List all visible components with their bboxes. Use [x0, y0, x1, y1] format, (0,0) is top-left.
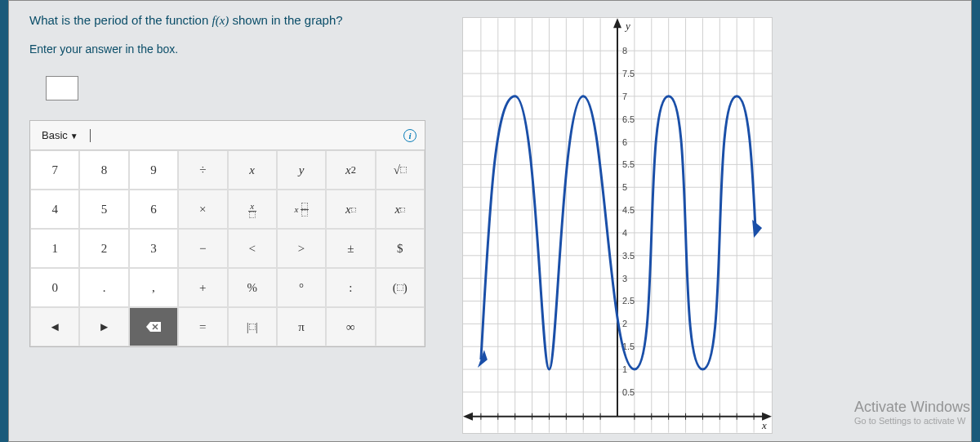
function-graph: 0.5 1 1.5 2 2.5 3 3.5 4 4.5 5 5.5 6 6.5 … [463, 18, 772, 433]
curve-arrow-right-icon [752, 220, 762, 238]
key-1[interactable]: 1 [30, 229, 79, 268]
key-greater-than[interactable]: > [277, 229, 326, 268]
svg-text:7: 7 [622, 92, 627, 101]
key-plus-minus[interactable]: ± [326, 229, 375, 268]
key-fraction[interactable]: x [228, 190, 277, 229]
chevron-down-icon: ▼ [70, 132, 78, 141]
cursor-indicator [90, 129, 91, 142]
graph-panel: 0.5 1 1.5 2 2.5 3 3.5 4 4.5 5 5.5 6 6.5 … [462, 17, 773, 434]
key-comma[interactable]: , [129, 268, 178, 307]
key-x-squared[interactable]: x2 [326, 150, 375, 190]
instruction-text: Enter your answer in the box. [29, 42, 438, 56]
svg-text:5: 5 [622, 182, 627, 192]
svg-text:3: 3 [622, 274, 627, 284]
mode-dropdown[interactable]: Basic▼ [38, 127, 82, 143]
key-mixed-fraction[interactable]: x [277, 190, 326, 229]
key-4[interactable]: 4 [30, 190, 79, 229]
key-right-arrow[interactable]: ► [79, 307, 128, 346]
key-sqrt[interactable]: √ [376, 150, 425, 190]
svg-text:3.5: 3.5 [622, 251, 635, 261]
info-icon[interactable]: i [403, 129, 416, 142]
keypad-grid: 7 8 9 ÷ x y x2 √ 4 5 6 × x [30, 150, 425, 346]
x-axis-label: x [761, 419, 767, 431]
svg-text:4: 4 [622, 228, 627, 238]
y-tick-labels: 0.5 1 1.5 2 2.5 3 3.5 4 4.5 5 5.5 6 6.5 … [622, 46, 635, 397]
key-degree[interactable]: ° [277, 268, 326, 307]
svg-text:4.5: 4.5 [622, 205, 635, 215]
key-equals[interactable]: = [178, 307, 227, 346]
key-8[interactable]: 8 [79, 150, 128, 190]
key-9[interactable]: 9 [129, 150, 178, 190]
key-less-than[interactable]: < [228, 229, 277, 268]
key-abs[interactable]: || [228, 307, 277, 346]
key-colon[interactable]: : [326, 268, 375, 307]
keypad-header: Basic▼ i [30, 121, 425, 150]
key-multiply[interactable]: × [178, 190, 227, 229]
svg-text:2: 2 [622, 319, 627, 328]
key-y[interactable]: y [277, 150, 326, 190]
key-0[interactable]: 0 [30, 268, 79, 307]
key-minus[interactable]: − [178, 229, 227, 268]
key-dollar[interactable]: $ [376, 229, 425, 268]
answer-input[interactable] [46, 76, 78, 100]
key-plus[interactable]: + [178, 268, 227, 307]
key-divide[interactable]: ÷ [178, 150, 227, 190]
svg-text:0.5: 0.5 [622, 387, 635, 397]
y-axis-arrow-icon [613, 18, 621, 28]
key-6[interactable]: 6 [129, 190, 178, 229]
backspace-icon [145, 321, 162, 333]
svg-text:6.5: 6.5 [622, 114, 635, 124]
y-axis-label: y [624, 20, 630, 32]
math-keypad: Basic▼ i 7 8 9 ÷ x y x2 √ 4 5 6 × [29, 120, 425, 347]
svg-text:6: 6 [622, 137, 627, 147]
key-2[interactable]: 2 [79, 229, 128, 268]
key-percent[interactable]: % [228, 268, 277, 307]
key-power[interactable]: x [326, 190, 375, 229]
svg-text:8: 8 [622, 46, 627, 56]
key-x[interactable]: x [228, 150, 277, 190]
key-parens[interactable]: () [376, 268, 425, 307]
key-dot[interactable]: . [79, 268, 128, 307]
x-axis-arrow-left-icon [463, 413, 473, 421]
key-pi[interactable]: π [277, 307, 326, 346]
key-empty [376, 307, 425, 346]
svg-text:1: 1 [622, 364, 627, 374]
svg-text:5.5: 5.5 [622, 159, 635, 169]
svg-text:7.5: 7.5 [622, 69, 635, 78]
key-backspace[interactable] [129, 307, 178, 346]
key-3[interactable]: 3 [129, 229, 178, 268]
key-left-arrow[interactable]: ◄ [30, 307, 79, 346]
question-prompt: What is the period of the function f(x) … [29, 13, 438, 28]
key-5[interactable]: 5 [79, 190, 128, 229]
key-subscript[interactable]: x [376, 190, 425, 229]
key-infinity[interactable]: ∞ [326, 307, 375, 346]
key-7[interactable]: 7 [30, 150, 79, 190]
svg-text:2.5: 2.5 [622, 296, 635, 306]
